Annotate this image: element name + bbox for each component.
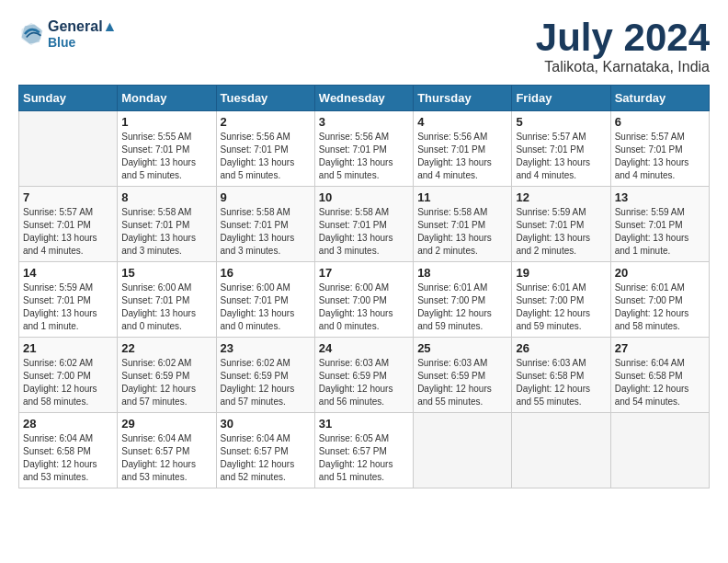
logo: General▲ Blue [18,18,117,50]
col-header-monday: Monday [118,86,216,111]
day-cell: 16Sunrise: 6:00 AM Sunset: 7:01 PM Dayli… [216,262,314,338]
day-cell: 3Sunrise: 5:56 AM Sunset: 7:01 PM Daylig… [314,111,413,187]
page-header: General▲ Blue July 2024 Talikota, Karnat… [18,18,710,75]
day-info: Sunrise: 6:02 AM Sunset: 7:00 PM Dayligh… [23,357,113,408]
day-number: 27 [615,341,705,355]
day-cell: 31Sunrise: 6:05 AM Sunset: 6:57 PM Dayli… [314,413,413,488]
day-info: Sunrise: 6:04 AM Sunset: 6:58 PM Dayligh… [615,357,705,408]
day-info: Sunrise: 6:01 AM Sunset: 7:00 PM Dayligh… [417,282,507,333]
day-info: Sunrise: 5:55 AM Sunset: 7:01 PM Dayligh… [121,131,211,182]
day-info: Sunrise: 5:57 AM Sunset: 7:01 PM Dayligh… [516,131,606,182]
day-number: 14 [23,266,113,280]
day-cell: 27Sunrise: 6:04 AM Sunset: 6:58 PM Dayli… [610,338,709,413]
column-headers: SundayMondayTuesdayWednesdayThursdayFrid… [19,86,710,111]
day-number: 23 [221,341,311,355]
day-cell: 8Sunrise: 5:58 AM Sunset: 7:01 PM Daylig… [118,187,216,262]
subtitle: Talikota, Karnataka, India [536,59,710,75]
day-cell: 6Sunrise: 5:57 AM Sunset: 7:01 PM Daylig… [610,111,709,187]
day-cell: 21Sunrise: 6:02 AM Sunset: 7:00 PM Dayli… [19,338,118,413]
day-info: Sunrise: 5:59 AM Sunset: 7:01 PM Dayligh… [516,206,606,258]
logo-icon [18,21,44,47]
day-cell: 23Sunrise: 6:02 AM Sunset: 6:59 PM Dayli… [216,338,314,413]
day-number: 25 [417,341,507,355]
day-info: Sunrise: 6:02 AM Sunset: 6:59 PM Dayligh… [121,357,211,408]
day-number: 6 [615,115,705,129]
day-number: 15 [121,266,211,280]
day-cell: 26Sunrise: 6:03 AM Sunset: 6:58 PM Dayli… [512,338,610,413]
day-number: 28 [23,417,113,431]
day-number: 2 [221,115,311,129]
day-number: 22 [121,341,211,355]
day-info: Sunrise: 5:57 AM Sunset: 7:01 PM Dayligh… [23,206,113,258]
day-info: Sunrise: 5:56 AM Sunset: 7:01 PM Dayligh… [417,131,507,182]
day-cell: 11Sunrise: 5:58 AM Sunset: 7:01 PM Dayli… [414,187,512,262]
week-row-2: 7Sunrise: 5:57 AM Sunset: 7:01 PM Daylig… [19,187,710,262]
day-info: Sunrise: 6:03 AM Sunset: 6:59 PM Dayligh… [319,357,409,408]
day-cell [19,111,118,187]
col-header-sunday: Sunday [19,86,118,111]
day-number: 1 [121,115,211,129]
day-info: Sunrise: 6:04 AM Sunset: 6:58 PM Dayligh… [23,432,113,484]
day-info: Sunrise: 6:00 AM Sunset: 7:01 PM Dayligh… [221,282,311,333]
day-number: 30 [221,417,311,431]
day-info: Sunrise: 5:59 AM Sunset: 7:01 PM Dayligh… [615,206,705,258]
day-cell: 4Sunrise: 5:56 AM Sunset: 7:01 PM Daylig… [414,111,512,187]
week-row-4: 21Sunrise: 6:02 AM Sunset: 7:00 PM Dayli… [19,338,710,413]
day-cell: 15Sunrise: 6:00 AM Sunset: 7:01 PM Dayli… [118,262,216,338]
day-number: 16 [221,266,311,280]
day-info: Sunrise: 6:00 AM Sunset: 7:00 PM Dayligh… [319,282,409,333]
day-cell: 29Sunrise: 6:04 AM Sunset: 6:57 PM Dayli… [118,413,216,488]
day-info: Sunrise: 6:04 AM Sunset: 6:57 PM Dayligh… [221,432,311,484]
day-cell: 14Sunrise: 5:59 AM Sunset: 7:01 PM Dayli… [19,262,118,338]
day-cell: 17Sunrise: 6:00 AM Sunset: 7:00 PM Dayli… [314,262,413,338]
day-number: 20 [615,266,705,280]
day-info: Sunrise: 5:59 AM Sunset: 7:01 PM Dayligh… [23,282,113,333]
day-cell: 7Sunrise: 5:57 AM Sunset: 7:01 PM Daylig… [19,187,118,262]
col-header-thursday: Thursday [414,86,512,111]
day-cell: 28Sunrise: 6:04 AM Sunset: 6:58 PM Dayli… [19,413,118,488]
day-cell: 18Sunrise: 6:01 AM Sunset: 7:00 PM Dayli… [414,262,512,338]
day-info: Sunrise: 6:03 AM Sunset: 6:59 PM Dayligh… [417,357,507,408]
calendar-table: SundayMondayTuesdayWednesdayThursdayFrid… [18,85,710,488]
day-info: Sunrise: 6:01 AM Sunset: 7:00 PM Dayligh… [516,282,606,333]
day-cell: 1Sunrise: 5:55 AM Sunset: 7:01 PM Daylig… [118,111,216,187]
day-cell: 10Sunrise: 5:58 AM Sunset: 7:01 PM Dayli… [314,187,413,262]
title-block: July 2024 Talikota, Karnataka, India [536,18,710,75]
day-info: Sunrise: 5:56 AM Sunset: 7:01 PM Dayligh… [319,131,409,182]
day-number: 11 [417,190,507,204]
day-number: 17 [319,266,409,280]
day-cell: 12Sunrise: 5:59 AM Sunset: 7:01 PM Dayli… [512,187,610,262]
day-cell: 22Sunrise: 6:02 AM Sunset: 6:59 PM Dayli… [118,338,216,413]
day-info: Sunrise: 6:01 AM Sunset: 7:00 PM Dayligh… [615,282,705,333]
day-number: 3 [319,115,409,129]
day-number: 12 [516,190,606,204]
day-info: Sunrise: 5:57 AM Sunset: 7:01 PM Dayligh… [615,131,705,182]
day-cell: 5Sunrise: 5:57 AM Sunset: 7:01 PM Daylig… [512,111,610,187]
week-row-5: 28Sunrise: 6:04 AM Sunset: 6:58 PM Dayli… [19,413,710,488]
col-header-wednesday: Wednesday [314,86,413,111]
day-number: 10 [319,190,409,204]
day-number: 21 [23,341,113,355]
main-title: July 2024 [536,18,710,57]
day-info: Sunrise: 6:04 AM Sunset: 6:57 PM Dayligh… [121,432,211,484]
day-number: 18 [417,266,507,280]
week-row-3: 14Sunrise: 5:59 AM Sunset: 7:01 PM Dayli… [19,262,710,338]
day-number: 24 [319,341,409,355]
day-number: 29 [121,417,211,431]
day-info: Sunrise: 6:02 AM Sunset: 6:59 PM Dayligh… [221,357,311,408]
col-header-saturday: Saturday [610,86,709,111]
day-info: Sunrise: 5:58 AM Sunset: 7:01 PM Dayligh… [417,206,507,258]
day-cell [512,413,610,488]
day-cell: 25Sunrise: 6:03 AM Sunset: 6:59 PM Dayli… [414,338,512,413]
day-info: Sunrise: 6:03 AM Sunset: 6:58 PM Dayligh… [516,357,606,408]
logo-text: General▲ Blue [48,18,117,50]
day-number: 5 [516,115,606,129]
day-cell: 30Sunrise: 6:04 AM Sunset: 6:57 PM Dayli… [216,413,314,488]
day-cell [414,413,512,488]
col-header-tuesday: Tuesday [216,86,314,111]
day-number: 4 [417,115,507,129]
day-number: 9 [221,190,311,204]
week-row-1: 1Sunrise: 5:55 AM Sunset: 7:01 PM Daylig… [19,111,710,187]
day-cell: 2Sunrise: 5:56 AM Sunset: 7:01 PM Daylig… [216,111,314,187]
day-number: 7 [23,190,113,204]
